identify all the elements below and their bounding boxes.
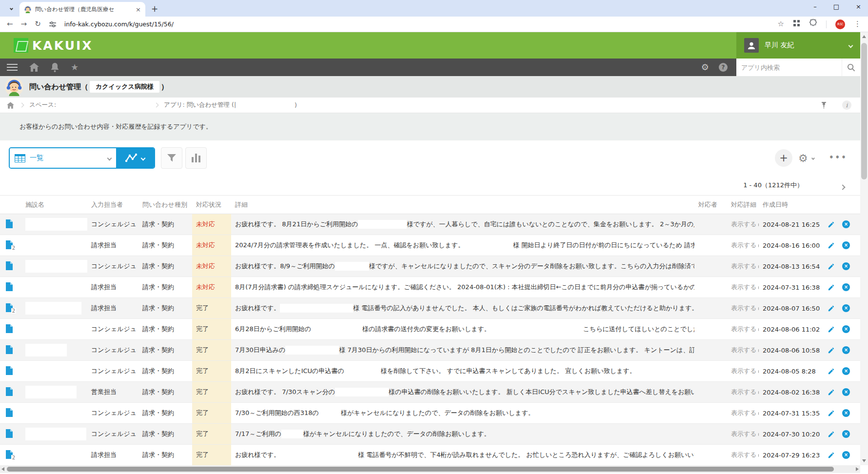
record-file-icon[interactable]	[6, 366, 13, 375]
translate-icon[interactable]	[793, 20, 800, 29]
record-file-icon[interactable]: 2	[6, 303, 13, 312]
site-settings-icon[interactable]	[49, 20, 57, 28]
breadcrumb-space-label[interactable]: スペース:	[29, 101, 56, 109]
delete-record-button[interactable]: ×	[842, 283, 850, 291]
notifications-bell-icon[interactable]	[51, 63, 59, 72]
edit-record-button[interactable]	[828, 305, 835, 312]
bookmark-star-icon[interactable]: ☆	[778, 20, 784, 28]
show-response-link[interactable]: 表示する	[731, 262, 759, 270]
show-response-link[interactable]: 表示する	[731, 325, 759, 333]
delete-record-button[interactable]: ×	[842, 325, 850, 333]
edit-record-button[interactable]	[828, 284, 835, 291]
show-response-link[interactable]: 表示する	[731, 409, 759, 416]
next-page-button[interactable]	[841, 182, 845, 191]
header-facility[interactable]: 施設名	[21, 196, 87, 214]
table-row[interactable]: コンシェルジュ請求・契約完了6月28日からご利用開始の様の請求書の送付先の変更を…	[0, 319, 860, 340]
back-icon[interactable]: ←	[7, 20, 13, 28]
edit-record-button[interactable]	[828, 242, 835, 249]
table-row[interactable]: 2請求担当請求・契約未対応2024/7月分の請求管理表を作成いたしました。 一点…	[0, 235, 860, 256]
delete-record-button[interactable]: ×	[842, 346, 850, 354]
new-tab-icon[interactable]: +	[151, 5, 158, 13]
show-response-link[interactable]: 表示する	[731, 451, 759, 458]
filter-button[interactable]	[161, 147, 182, 169]
breadcrumb-app-label[interactable]: アプリ: 問い合わせ管理 (|	[164, 101, 236, 109]
record-file-icon[interactable]	[6, 282, 13, 291]
delete-record-button[interactable]: ×	[842, 409, 850, 417]
record-file-icon[interactable]	[6, 324, 13, 333]
show-response-link[interactable]: 表示する	[731, 367, 759, 375]
horizontal-scrollbar[interactable]	[0, 465, 860, 473]
record-file-icon[interactable]	[6, 261, 13, 270]
logo[interactable]: KAKUIX	[14, 38, 93, 53]
settings-gear-icon[interactable]: ⚙	[701, 63, 709, 72]
extensions-puzzle-icon[interactable]	[809, 19, 817, 29]
delete-record-button[interactable]: ×	[842, 451, 850, 459]
edit-record-button[interactable]	[828, 410, 835, 417]
window-minimize-icon[interactable]: –	[813, 3, 817, 10]
delete-record-button[interactable]: ×	[842, 220, 850, 228]
table-row[interactable]: コンシェルジュ請求・契約未対応お疲れ様です。 8月21日からご利用開始の様ですが…	[0, 214, 860, 235]
url-text[interactable]: info-kak.cybozu.com/k/guest/15/56/	[64, 20, 174, 28]
record-file-icon[interactable]	[6, 387, 13, 396]
show-response-link[interactable]: 表示する	[731, 430, 759, 437]
info-icon[interactable]: i	[842, 100, 851, 110]
table-row[interactable]: コンシェルジュ請求・契約完了7/17～ご利用の様がキャンセルになりましたので、デ…	[0, 424, 860, 445]
pin-icon[interactable]	[821, 101, 827, 109]
header-category[interactable]: 問い合わせ種別	[138, 196, 192, 214]
header-detail[interactable]: 詳細	[231, 196, 694, 214]
edit-record-button[interactable]	[828, 368, 835, 375]
window-maximize-icon[interactable]: □	[833, 3, 839, 10]
show-response-link[interactable]: 表示する	[731, 346, 759, 354]
header-created[interactable]: 作成日時	[759, 196, 824, 214]
record-file-icon[interactable]	[6, 429, 13, 438]
forward-icon[interactable]: →	[21, 20, 27, 28]
delete-record-button[interactable]: ×	[842, 367, 850, 375]
table-row[interactable]: 請求担当請求・契約未対応8月(7月分請求書) の請求締処理スケジュールになります…	[0, 277, 860, 298]
edit-record-button[interactable]	[828, 326, 835, 333]
header-status[interactable]: 対応状況	[192, 196, 231, 214]
record-file-icon[interactable]: 2	[6, 240, 13, 249]
record-file-icon[interactable]	[6, 345, 13, 354]
window-close-icon[interactable]: ×	[856, 3, 861, 10]
home-icon[interactable]	[29, 63, 39, 72]
view-dropdown[interactable]: 一覧	[10, 148, 116, 168]
horizontal-scrollbar-thumb[interactable]	[7, 467, 834, 472]
delete-record-button[interactable]: ×	[842, 430, 850, 438]
delete-record-button[interactable]: ×	[842, 262, 850, 270]
scroll-right-icon[interactable]	[856, 467, 859, 471]
show-response-link[interactable]: 表示する	[731, 283, 759, 291]
edit-record-button[interactable]	[828, 452, 835, 459]
user-menu[interactable]: 早川 友紀	[736, 32, 860, 59]
header-response-detail[interactable]: 対応詳細	[727, 196, 759, 214]
search-icon[interactable]	[842, 59, 860, 76]
vertical-scrollbar[interactable]	[860, 32, 868, 465]
show-response-link[interactable]: 表示する	[731, 220, 759, 228]
header-responder[interactable]: 対応者	[694, 196, 727, 214]
scroll-down-icon[interactable]	[862, 459, 866, 462]
app-settings-button[interactable]: ⚙	[798, 152, 814, 164]
scroll-left-icon[interactable]	[1, 467, 4, 471]
show-response-link[interactable]: 表示する	[731, 304, 759, 312]
header-staff[interactable]: 入力担当者	[87, 196, 138, 214]
record-file-icon[interactable]	[6, 408, 13, 417]
show-response-link[interactable]: 表示する	[731, 241, 759, 249]
breadcrumb-home-icon[interactable]	[7, 102, 14, 109]
edit-record-button[interactable]	[828, 347, 835, 354]
table-row[interactable]: コンシェルジュ請求・契約完了7/30～ご利用開始の西318の様がキャンセルになり…	[0, 403, 860, 424]
table-row[interactable]: コンシェルジュ請求・契約未対応お疲れ様です。8/9～ご利用開始の様ですが、キャン…	[0, 256, 860, 277]
tab-close-icon[interactable]: ×	[136, 6, 141, 13]
table-row[interactable]: 2請求担当請求・契約完了お疲れ様です。様 電話番号の記入がありませんでした。 本…	[0, 298, 860, 319]
edit-record-button[interactable]	[828, 431, 835, 438]
help-icon[interactable]: ?	[719, 63, 728, 72]
table-row[interactable]: 営業担当請求・契約完了お疲れ様です。 7/30スキャン分の様の申込書の削除をお願…	[0, 382, 860, 403]
show-response-link[interactable]: 表示する	[731, 388, 759, 395]
table-row[interactable]: コンシェルジュ請求・契約完了8月2日にスキャンしたICUの申込書の様を削除して下…	[0, 361, 860, 382]
table-row[interactable]: 2請求担当請求・契約完了お疲れ様です。様 電話番号が不鮮明で、下4桁が読み取れま…	[0, 445, 860, 466]
edit-record-button[interactable]	[828, 263, 835, 270]
reload-icon[interactable]: ↻	[35, 20, 41, 28]
vertical-scrollbar-thumb[interactable]	[861, 43, 867, 179]
edit-record-button[interactable]	[828, 221, 835, 228]
hamburger-menu-icon[interactable]	[7, 64, 18, 71]
browser-menu-icon[interactable]: ⋮	[854, 20, 861, 28]
delete-record-button[interactable]: ×	[842, 241, 850, 249]
